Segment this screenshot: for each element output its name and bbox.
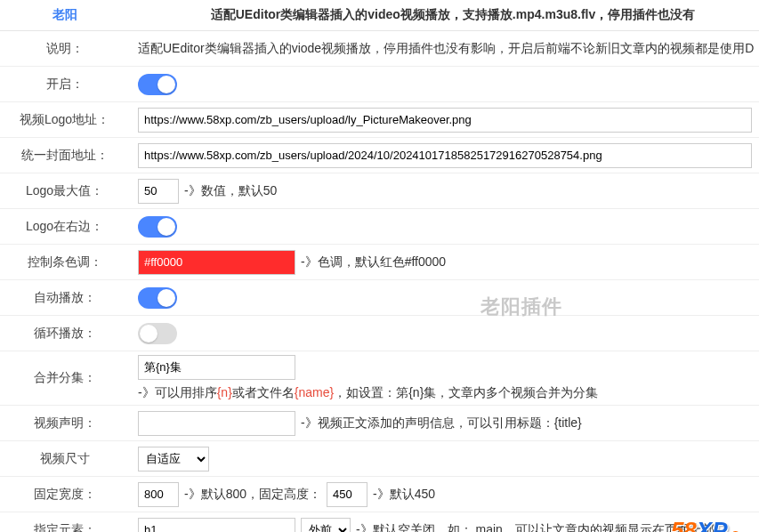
hint-stmt: -》视频正文添加的声明信息，可以引用标题：{title}: [301, 415, 582, 431]
hint-control-color: -》色调，默认红色#ff0000: [301, 254, 446, 270]
desc-text: 适配UEditor类编辑器插入的viode视频播放，停用插件也没有影响，开启后前…: [138, 41, 754, 57]
input-fixed-h[interactable]: [327, 482, 367, 507]
label-desc: 说明：: [0, 41, 129, 57]
toggle-knob-icon: [140, 325, 157, 343]
label-merge-ep: 合并分集：: [0, 370, 129, 386]
input-stmt[interactable]: [138, 411, 295, 436]
hint-logo-max: -》数值，默认50: [184, 183, 277, 199]
hint-fixed-w: -》默认800，固定高度：: [184, 487, 321, 503]
input-uni-cover[interactable]: [138, 143, 752, 168]
page-title: 适配UEditor类编辑器插入的video视频播放，支持播放.mp4.m3u8.…: [129, 7, 759, 23]
label-control-color: 控制条色调：: [0, 254, 129, 270]
toggle-knob-icon: [157, 76, 175, 93]
input-logo-url[interactable]: [138, 108, 752, 133]
hint-fixed-h: -》默认450: [373, 487, 435, 503]
toggle-autoplay[interactable]: [138, 287, 177, 309]
toggle-loop[interactable]: [138, 323, 177, 344]
toggle-knob-icon: [157, 218, 175, 236]
label-enable: 开启：: [0, 77, 129, 93]
label-loop: 循环播放：: [0, 326, 129, 342]
label-autoplay: 自动播放：: [0, 290, 129, 306]
label-fixed-w: 固定宽度：: [0, 487, 129, 503]
label-elem: 指定元素：: [0, 522, 129, 533]
toggle-enable[interactable]: [138, 74, 177, 95]
input-control-color[interactable]: [138, 250, 295, 275]
label-logo-max: Logo最大值：: [0, 183, 129, 199]
input-logo-max[interactable]: [138, 179, 179, 204]
select-size[interactable]: 自适应: [138, 447, 209, 472]
input-fixed-w[interactable]: [138, 482, 179, 507]
toggle-logo-right[interactable]: [138, 216, 177, 238]
brand-label: 老阳: [0, 7, 129, 23]
input-merge-ep[interactable]: [138, 355, 295, 380]
label-size: 视频尺寸: [0, 451, 129, 467]
toggle-knob-icon: [157, 289, 175, 307]
label-stmt: 视频声明：: [0, 415, 129, 431]
hint-merge-ep: -》可以用排序{n}或者文件名{name}，如设置：第{n}集，文章内多个视频合…: [138, 385, 598, 401]
input-elem[interactable]: [138, 518, 295, 533]
label-logo-url: 视频Logo地址：: [0, 112, 129, 128]
hint-elem: -》默认空关闭，如：.main，可以让文章内的视频显示在页面上部。: [356, 522, 727, 533]
label-uni-cover: 统一封面地址：: [0, 148, 129, 164]
select-elem-pos[interactable]: 外前: [301, 518, 351, 533]
label-logo-right: Logo在右边：: [0, 219, 129, 235]
